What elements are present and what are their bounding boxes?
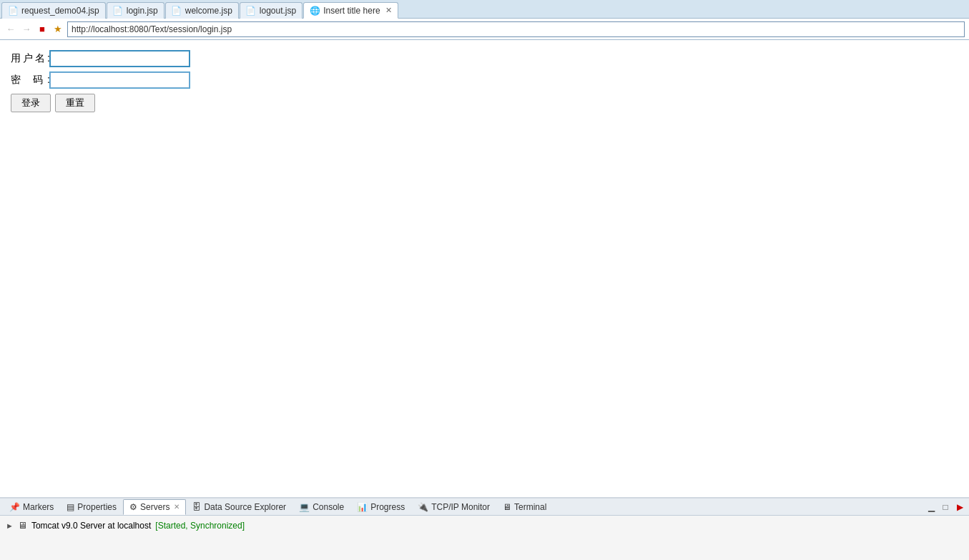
form-buttons: 登录 重置 [11, 94, 958, 112]
properties-icon: ▤ [67, 502, 74, 512]
tab-welcome[interactable]: 📄 welcome.jsp [165, 2, 239, 19]
server-status: [Started, Synchronized] [155, 521, 245, 531]
tab-request-demo[interactable]: 📄 request_demo04.jsp [1, 2, 106, 19]
address-bar: ← → ■ ★ [0, 19, 969, 40]
password-label: 密 码: [11, 74, 50, 87]
tab-markers[interactable]: 📌 Markers [3, 499, 60, 515]
tab-terminal[interactable]: 🖥 Terminal [496, 499, 553, 515]
tab-label: Insert title here [323, 6, 380, 16]
tab-label: Console [313, 502, 344, 512]
server-row: ► 🖥 Tomcat v9.0 Server at localhost [Sta… [6, 519, 963, 532]
tab-label: TCP/IP Monitor [431, 502, 490, 512]
username-label: 用户名: [11, 52, 50, 65]
tab-insert-title[interactable]: 🌐 Insert title here ✕ [303, 2, 398, 19]
tab-label: welcome.jsp [185, 6, 232, 16]
tab-label: login.jsp [127, 6, 158, 16]
expand-arrow[interactable]: ► [6, 521, 14, 530]
tab-label: Terminal [514, 502, 546, 512]
tab-datasource[interactable]: 🗄 Data Source Explorer [186, 499, 292, 515]
login-button[interactable]: 登录 [11, 94, 51, 112]
tab-servers[interactable]: ⚙ Servers ✕ [123, 499, 186, 515]
tab-progress[interactable]: 📊 Progress [350, 499, 411, 515]
password-row: 密 码: [11, 72, 958, 88]
panel-actions: ▁ □ ▶ [925, 501, 966, 514]
server-name: Tomcat v9.0 Server at localhost [31, 521, 151, 531]
file-icon: 📄 [8, 6, 18, 16]
tab-label: request_demo04.jsp [21, 6, 99, 16]
username-input[interactable] [50, 51, 190, 67]
browser-content: 用户名: 密 码: 登录 重置 [0, 40, 969, 497]
file-icon: 📄 [172, 6, 182, 16]
tab-login[interactable]: 📄 login.jsp [107, 2, 164, 19]
tab-tcpip[interactable]: 🔌 TCP/IP Monitor [411, 499, 496, 515]
server-icon: 🖥 [18, 520, 27, 531]
servers-icon: ⚙ [129, 502, 137, 512]
password-input[interactable] [50, 72, 190, 88]
servers-content: ► 🖥 Tomcat v9.0 Server at localhost [Sta… [0, 516, 969, 560]
run-server-button[interactable]: ▶ [953, 501, 966, 514]
console-icon: 💻 [299, 502, 310, 512]
file-icon: 📄 [113, 6, 123, 16]
tab-label: Data Source Explorer [204, 502, 286, 512]
minimize-panel-button[interactable]: ▁ [925, 501, 938, 514]
maximize-panel-button[interactable]: □ [939, 501, 952, 514]
tab-label: Progress [370, 502, 405, 512]
bottom-panel: 📌 Markers ▤ Properties ⚙ Servers ✕ 🗄 Dat… [0, 497, 969, 560]
terminal-icon: 🖥 [503, 502, 511, 512]
tab-console[interactable]: 💻 Console [292, 499, 350, 515]
bookmark-button[interactable]: ★ [51, 23, 64, 36]
tab-properties[interactable]: ▤ Properties [60, 499, 123, 515]
url-input[interactable] [67, 21, 965, 37]
forward-button[interactable]: → [20, 23, 33, 36]
servers-tab-close[interactable]: ✕ [174, 503, 179, 511]
tab-close-button[interactable]: ✕ [385, 6, 392, 15]
progress-icon: 📊 [357, 502, 368, 512]
tab-label: Servers [140, 502, 169, 512]
username-row: 用户名: [11, 51, 958, 67]
reset-button[interactable]: 重置 [55, 94, 95, 112]
tab-label: Markers [23, 502, 54, 512]
browser-tab-bar: 📄 request_demo04.jsp 📄 login.jsp 📄 welco… [0, 0, 969, 19]
tab-label: Properties [77, 502, 117, 512]
markers-icon: 📌 [9, 502, 20, 512]
bottom-tab-bar: 📌 Markers ▤ Properties ⚙ Servers ✕ 🗄 Dat… [0, 498, 969, 516]
file-icon: 📄 [246, 6, 256, 16]
tab-label: logout.jsp [260, 6, 296, 16]
stop-button[interactable]: ■ [36, 23, 49, 36]
tab-logout[interactable]: 📄 logout.jsp [240, 2, 302, 19]
back-button[interactable]: ← [4, 23, 17, 36]
tcpip-icon: 🔌 [418, 502, 428, 512]
datasource-icon: 🗄 [192, 502, 201, 512]
globe-icon: 🌐 [310, 6, 320, 16]
